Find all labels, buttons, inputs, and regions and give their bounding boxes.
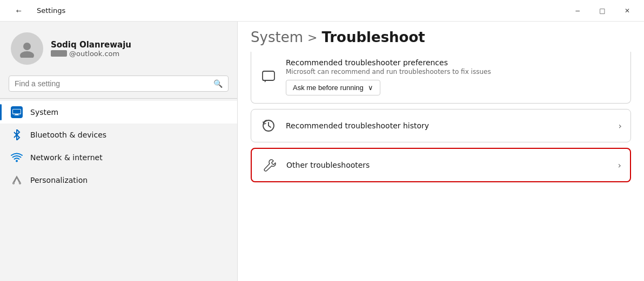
breadcrumb-separator: > — [307, 31, 317, 44]
user-info: Sodiq Olanrewaju @outlook.com — [51, 40, 131, 58]
dropdown-label: Ask me before running — [293, 84, 364, 92]
breadcrumb-parent: System — [251, 29, 303, 45]
minimize-button[interactable]: − — [565, 0, 590, 22]
user-name: Sodiq Olanrewaju — [51, 40, 131, 50]
svg-point-1 — [20, 51, 34, 58]
ask-before-running-dropdown[interactable]: Ask me before running ∨ — [286, 80, 380, 95]
content-scroll: Recommended troubleshooter preferences M… — [238, 52, 644, 281]
recommended-prefs-subtitle: Microsoft can recommend and run troubles… — [286, 68, 622, 76]
svg-rect-7 — [263, 71, 274, 80]
sidebar-nav: System Bluetooth & devices — [0, 101, 237, 281]
recommended-prefs-card: Recommended troubleshooter preferences M… — [251, 52, 631, 104]
svg-point-6 — [16, 160, 18, 162]
other-chevron-icon: › — [618, 160, 621, 170]
sidebar-item-bluetooth[interactable]: Bluetooth & devices — [0, 124, 237, 146]
sidebar-divider — [0, 98, 237, 99]
svg-rect-5 — [14, 115, 19, 115]
user-section: Sodiq Olanrewaju @outlook.com — [0, 22, 237, 73]
recommended-prefs-text: Recommended troubleshooter preferences M… — [286, 58, 622, 95]
sidebar-item-network[interactable]: Network & internet — [0, 146, 237, 169]
avatar — [11, 32, 43, 65]
user-email: @outlook.com — [51, 50, 131, 58]
history-chevron-icon: › — [619, 121, 622, 131]
recommended-prefs-title: Recommended troubleshooter preferences — [286, 58, 622, 67]
sidebar-item-personalization[interactable]: Personalization — [0, 169, 237, 191]
recommended-prefs-item[interactable]: Recommended troubleshooter preferences M… — [251, 52, 630, 103]
maximize-button[interactable]: □ — [590, 0, 615, 22]
other-troubleshooters-text: Other troubleshooters — [286, 161, 609, 169]
chat-icon — [260, 68, 277, 86]
personalization-icon — [11, 174, 23, 186]
svg-rect-3 — [13, 109, 21, 114]
breadcrumb-current: Troubleshoot — [321, 29, 425, 45]
search-input[interactable] — [15, 79, 209, 88]
email-redact-block — [51, 50, 67, 57]
title-bar-title: Settings — [37, 6, 65, 15]
recommended-history-text: Recommended troubleshooter history — [286, 121, 610, 130]
sidebar-item-label-bluetooth: Bluetooth & devices — [30, 131, 106, 139]
close-button[interactable]: ✕ — [615, 0, 640, 22]
bluetooth-icon — [11, 129, 23, 141]
dropdown-chevron-icon: ∨ — [368, 84, 373, 92]
recommended-history-item[interactable]: Recommended troubleshooter history › — [251, 109, 630, 142]
main-layout: Sodiq Olanrewaju @outlook.com 🔍 — [0, 22, 644, 281]
sidebar-item-label-network: Network & internet — [30, 153, 103, 162]
title-bar-left: ← Settings — [6, 0, 65, 22]
sidebar: Sodiq Olanrewaju @outlook.com 🔍 — [0, 22, 238, 281]
sidebar-item-label-system: System — [30, 108, 58, 116]
title-bar-controls: − □ ✕ — [565, 0, 640, 22]
recommended-history-card[interactable]: Recommended troubleshooter history › — [251, 109, 631, 142]
wrench-icon — [260, 156, 278, 174]
search-icon: 🔍 — [213, 79, 223, 88]
system-icon — [11, 106, 23, 118]
svg-point-0 — [23, 43, 31, 50]
search-box[interactable]: 🔍 — [9, 76, 229, 92]
other-troubleshooters-title: Other troubleshooters — [286, 161, 609, 169]
sidebar-item-label-personalization: Personalization — [30, 176, 88, 184]
content-area: System > Troubleshoot Recommended troubl… — [238, 22, 644, 281]
sidebar-item-system[interactable]: System — [0, 101, 237, 124]
recommended-history-title: Recommended troubleshooter history — [286, 121, 610, 130]
back-button[interactable]: ← — [6, 0, 31, 22]
other-troubleshooters-item[interactable]: Other troubleshooters › — [252, 149, 630, 181]
other-troubleshooters-card[interactable]: Other troubleshooters › — [251, 148, 631, 182]
title-bar: ← Settings − □ ✕ — [0, 0, 644, 22]
network-icon — [11, 152, 23, 163]
history-icon — [260, 117, 277, 134]
content-header: System > Troubleshoot — [238, 22, 644, 52]
